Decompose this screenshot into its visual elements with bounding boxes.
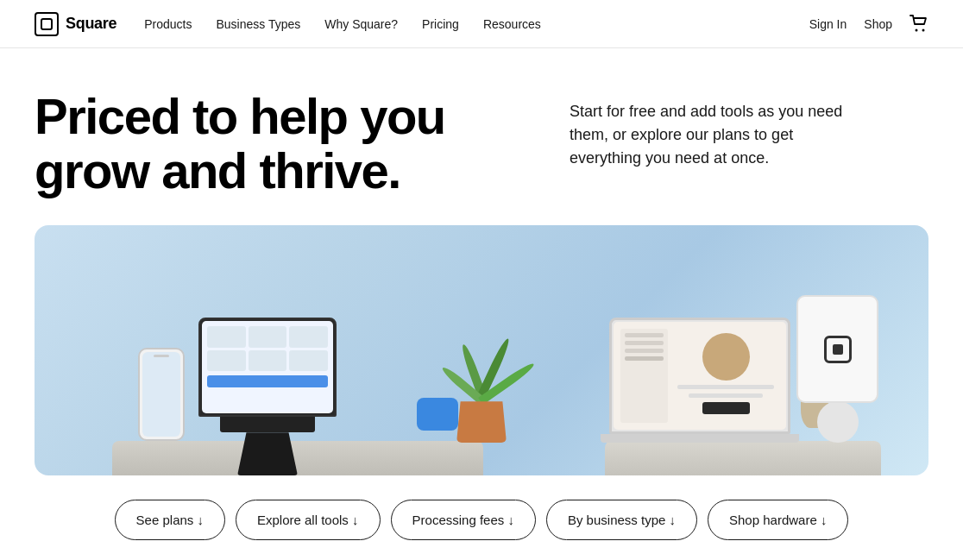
processing-fees-button[interactable]: Processing fees ↓ — [391, 500, 536, 540]
nav-resources[interactable]: Resources — [483, 17, 541, 31]
header-actions: Sign In Shop — [809, 15, 928, 34]
header: Square Products Business Types Why Squar… — [0, 0, 963, 48]
square-terminal — [796, 295, 878, 443]
hero-right: Start for free and add tools as you need… — [570, 90, 928, 170]
sign-in-link[interactable]: Sign In — [809, 17, 847, 31]
card-reader — [417, 398, 458, 431]
devices-scene — [35, 225, 928, 475]
svg-rect-0 — [41, 19, 52, 29]
nav-why-square[interactable]: Why Square? — [324, 17, 398, 31]
explore-tools-button[interactable]: Explore all tools ↓ — [236, 500, 381, 540]
logo-area[interactable]: Square — [35, 12, 116, 36]
cart-icon[interactable] — [910, 15, 928, 34]
hero-left: Priced to help you grow and thrive. — [35, 90, 518, 198]
svg-point-2 — [922, 28, 925, 31]
hero-description: Start for free and add tools as you need… — [570, 100, 846, 170]
see-plans-button[interactable]: See plans ↓ — [115, 500, 225, 540]
laptop — [601, 318, 799, 443]
nav-products[interactable]: Products — [144, 17, 192, 31]
table-right — [605, 441, 881, 475]
nav-business-types[interactable]: Business Types — [216, 17, 300, 31]
square-logo-icon — [35, 12, 59, 36]
svg-point-1 — [916, 28, 918, 31]
bottom-buttons: See plans ↓ Explore all tools ↓ Processi… — [35, 500, 928, 540]
shop-link[interactable]: Shop — [864, 17, 892, 31]
device-phone — [138, 348, 185, 441]
hero-image — [35, 225, 928, 475]
main-nav: Products Business Types Why Square? Pric… — [144, 17, 809, 31]
logo-text: Square — [66, 15, 116, 33]
pos-terminal — [198, 318, 337, 475]
shop-hardware-button[interactable]: Shop hardware ↓ — [708, 500, 848, 540]
hero-heading: Priced to help you grow and thrive. — [35, 90, 518, 198]
nav-pricing[interactable]: Pricing — [422, 17, 459, 31]
hero-section: Priced to help you grow and thrive. Star… — [35, 90, 928, 198]
by-business-type-button[interactable]: By business type ↓ — [546, 500, 697, 540]
main-content: Priced to help you grow and thrive. Star… — [0, 48, 963, 560]
